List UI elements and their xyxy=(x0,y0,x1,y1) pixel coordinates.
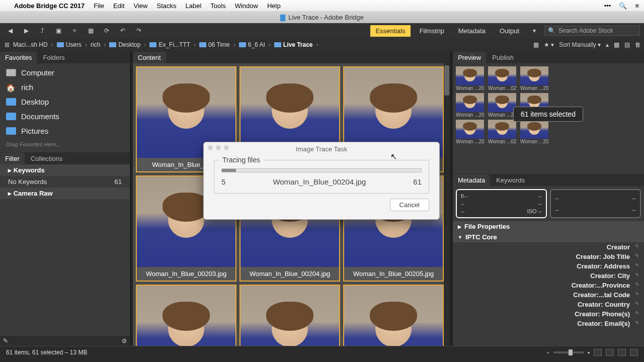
menu-edit[interactable]: Edit xyxy=(113,2,124,10)
pencil-icon[interactable]: ✎ xyxy=(635,253,639,260)
crumb-7[interactable]: Live Trace xyxy=(272,41,315,48)
search-stock-input[interactable]: 🔍 Search Adobe Stock xyxy=(544,26,640,36)
metadata-field[interactable]: Creator: Address✎ xyxy=(453,261,644,271)
pencil-icon[interactable]: ✎ xyxy=(635,272,639,280)
spotlight-icon[interactable]: 🔍 xyxy=(619,2,627,10)
crumb-3[interactable]: Desktop xyxy=(107,41,142,48)
sort-dropdown[interactable]: Sort Manually ▾ xyxy=(559,41,601,48)
view-thumb-icon[interactable] xyxy=(606,349,614,356)
preview-thumb[interactable]: Woman ...200.jpg xyxy=(456,66,484,91)
crumb-1[interactable]: Users xyxy=(55,41,84,48)
filter-keywords-header[interactable]: ▸ Keywords xyxy=(0,164,130,176)
workspace-output[interactable]: Output xyxy=(495,25,524,37)
menu-tools[interactable]: Tools xyxy=(210,2,225,10)
preview-thumb[interactable]: Woman ...0207.jpg xyxy=(488,120,516,144)
preview-thumb[interactable]: Woman ...0201.jpg xyxy=(488,66,516,91)
crumb-2[interactable]: rich xyxy=(89,41,102,48)
pencil-icon[interactable]: ✎ xyxy=(635,243,639,251)
metadata-field[interactable]: Creator: Phone(s)✎ xyxy=(453,309,644,319)
rotate-cw-icon[interactable]: ↷ xyxy=(133,26,145,36)
view-grid-icon[interactable] xyxy=(594,349,602,356)
window-traffic-lights[interactable] xyxy=(208,145,229,150)
trash-icon[interactable]: 🗑 xyxy=(635,41,641,48)
menu-stacks[interactable]: Stacks xyxy=(156,2,176,10)
back-icon[interactable]: ◀ xyxy=(4,26,16,36)
filter-clear-icon[interactable]: ⊘ xyxy=(122,337,127,344)
filter-camera-raw[interactable]: ▸ Camera Raw xyxy=(0,188,130,199)
forward-icon[interactable]: ▶ xyxy=(20,26,32,36)
fav-desktop[interactable]: Desktop xyxy=(0,95,130,109)
new-folder-icon[interactable]: ▩ xyxy=(614,41,619,48)
menu-label[interactable]: Label xyxy=(185,2,201,10)
crumb-computer-icon[interactable]: ⊞ xyxy=(3,40,11,50)
tab-filter[interactable]: Filter xyxy=(0,153,25,164)
pencil-icon[interactable]: ✎ xyxy=(635,262,639,270)
grid-view-icon[interactable]: ▦ xyxy=(533,41,539,48)
app-name[interactable]: Adobe Bridge CC 2017 xyxy=(14,2,85,10)
preview-thumb[interactable]: Woman ...202.jpg xyxy=(520,66,548,91)
tab-favorites[interactable]: Favorites xyxy=(0,52,37,63)
pencil-icon[interactable]: ✎ xyxy=(635,310,639,318)
tab-folders[interactable]: Folders xyxy=(38,52,69,63)
thumb-small-icon[interactable]: ▫ xyxy=(547,349,549,356)
crumb-4[interactable]: Ex_Fi...TTT xyxy=(147,41,192,48)
tab-metadata[interactable]: Metadata xyxy=(453,174,490,186)
preview-thumb[interactable]: Woman ...208.jpg xyxy=(520,120,548,144)
sort-asc-icon[interactable]: ▴ xyxy=(606,41,609,48)
pencil-icon[interactable]: ✎ xyxy=(635,301,639,308)
preview-thumb[interactable]: Woman ...204.jpg xyxy=(488,93,516,118)
menu-extras-icon[interactable]: ••• xyxy=(604,2,611,10)
menu-window[interactable]: Window xyxy=(235,2,258,10)
thumbnail[interactable] xyxy=(136,285,236,346)
filter-pin-icon[interactable]: ✎ xyxy=(3,337,8,344)
filter-no-keywords[interactable]: No Keywords61 xyxy=(0,176,130,188)
workspace-metadata[interactable]: Metadata xyxy=(453,25,491,37)
refine-icon[interactable]: ✧ xyxy=(68,26,80,36)
view-details-icon[interactable] xyxy=(618,349,626,356)
metadata-field[interactable]: Creator: Email(s)✎ xyxy=(453,319,644,328)
tab-keywords[interactable]: Keywords xyxy=(491,174,530,186)
fav-documents[interactable]: Documents xyxy=(0,109,130,124)
pencil-icon[interactable]: ✎ xyxy=(635,320,639,327)
view-list-icon[interactable] xyxy=(630,349,638,356)
star-filter-icon[interactable]: ★ ▾ xyxy=(544,41,554,48)
crumb-6[interactable]: 6_6 AI xyxy=(237,41,267,48)
thumb-large-icon[interactable]: ▪ xyxy=(588,349,590,356)
metadata-field[interactable]: Creator: City✎ xyxy=(453,271,644,281)
crumb-0[interactable]: Maci...sh HD xyxy=(11,41,50,48)
open-recent-icon[interactable]: ▤ xyxy=(624,41,630,48)
thumbnail[interactable] xyxy=(343,285,444,346)
fav-pictures[interactable]: Pictures xyxy=(0,124,130,138)
tab-collections[interactable]: Collections xyxy=(26,153,68,164)
reveal-icon[interactable]: ⤴ xyxy=(36,26,48,36)
metadata-field[interactable]: Creator✎ xyxy=(453,242,644,252)
pencil-icon[interactable]: ✎ xyxy=(635,291,639,299)
menu-file[interactable]: File xyxy=(94,2,104,10)
rotate-ccw-icon[interactable]: ↶ xyxy=(117,26,129,36)
thumb-size-slider[interactable] xyxy=(553,351,584,353)
tab-publish[interactable]: Publish xyxy=(487,52,519,63)
metadata-field[interactable]: Creator: Country✎ xyxy=(453,300,644,309)
preview-thumb[interactable]: Woman ...203.jpg xyxy=(456,93,484,118)
meta-section-iptc-core[interactable]: ▼IPTC Core xyxy=(453,232,644,242)
menu-bars-icon[interactable]: ≡ xyxy=(635,2,639,10)
fav-computer[interactable]: Computer xyxy=(0,65,130,80)
camera-icon[interactable]: ▣ xyxy=(52,26,64,36)
crumb-5[interactable]: 06 Time xyxy=(197,41,232,48)
refresh-icon[interactable]: ⟳ xyxy=(101,26,113,36)
metadata-field[interactable]: Creator:...tal Code✎ xyxy=(453,290,644,300)
preview-thumb[interactable]: Woman ...206.jpg xyxy=(456,120,484,144)
thumbnail[interactable] xyxy=(239,285,340,346)
workspace-overflow-icon[interactable]: ▾ xyxy=(528,26,540,36)
workspace-filmstrip[interactable]: Filmstrip xyxy=(415,25,449,37)
tab-preview[interactable]: Preview xyxy=(453,52,486,63)
cancel-button[interactable]: Cancel xyxy=(390,199,429,211)
content-scrollbar[interactable] xyxy=(444,63,450,346)
metadata-field[interactable]: Creator: Job Title✎ xyxy=(453,252,644,261)
metadata-field[interactable]: Creator:...Province✎ xyxy=(453,281,644,290)
menu-help[interactable]: Help xyxy=(267,2,281,10)
menu-view[interactable]: View xyxy=(134,2,148,10)
meta-section-file-properties[interactable]: ▶File Properties xyxy=(453,221,644,232)
fav-home[interactable]: 🏠rich xyxy=(0,80,130,95)
workspace-essentials[interactable]: Essentials xyxy=(370,25,410,37)
